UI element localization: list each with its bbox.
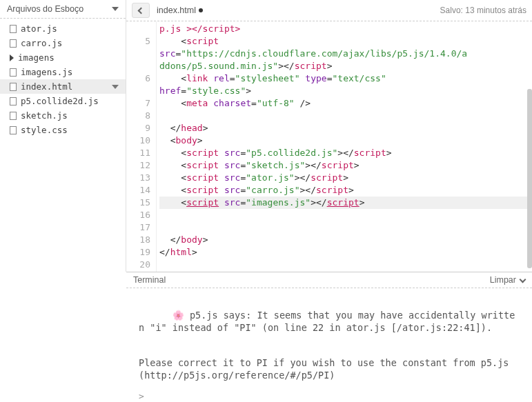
file-item[interactable]: carro.js [0,36,126,50]
file-icon [10,126,17,134]
flower-icon: 🌸 [173,309,184,321]
file-label: style.css [21,125,68,135]
sidebar-title: Arquivos do Esboço [7,4,108,14]
chevron-left-icon [137,7,144,14]
file-icon [10,25,17,33]
file-item[interactable]: ator.js [0,21,126,36]
terminal-message: Please correct it to PI if you wish to u… [139,356,520,381]
editor-header: index.html Salvo: 13 minutos atrás [126,0,532,21]
terminal-title: Terminal [133,275,166,285]
file-label: imagens [18,52,55,63]
scrollbar[interactable] [527,89,532,268]
terminal: Terminal Limpar 🌸 p5.js says: It seems t… [126,272,532,402]
saved-status: Salvo: 13 minutos atrás [440,6,526,15]
chevron-down-icon [112,7,119,11]
chevron-down-icon [112,85,119,89]
tab-label: index.html [157,6,196,15]
folder-item[interactable]: imagens [0,50,126,65]
clear-button[interactable]: Limpar [490,275,525,285]
file-label: p5.collide2d.js [21,96,99,106]
terminal-message: 🌸 p5.js says: It seems that you may have… [139,297,520,347]
file-list: ator.jscarro.jsimagensimagens.jsindex.ht… [0,19,126,140]
file-label: ator.js [21,23,57,34]
file-icon [10,97,17,105]
file-icon [10,83,17,91]
file-label: carro.js [21,38,62,48]
folder-icon [10,54,14,61]
file-label: sketch.js [21,110,68,121]
file-icon [10,68,17,77]
sidebar: Arquivos do Esboço ator.jscarro.jsimagen… [0,0,126,272]
file-item[interactable]: index.html [0,79,126,94]
modified-dot-icon [199,8,203,12]
terminal-header: Terminal Limpar [126,272,532,288]
file-icon [10,112,17,120]
clear-label: Limpar [490,275,516,285]
code-area[interactable]: 567891011121314151617181920 p.js ></scri… [126,21,532,272]
file-item[interactable]: imagens.js [0,65,126,79]
file-label: index.html [21,81,72,92]
back-button[interactable] [132,3,150,18]
sidebar-header[interactable]: Arquivos do Esboço [0,0,126,19]
code-content[interactable]: p.js ></script> <scriptsrc="https://cdnj… [157,21,532,272]
terminal-body[interactable]: 🌸 p5.js says: It seems that you may have… [126,288,532,390]
tab[interactable]: index.html [157,6,203,15]
chevron-down-icon [520,276,526,283]
file-label: imagens.js [21,67,72,77]
file-icon [10,39,17,48]
editor: index.html Salvo: 13 minutos atrás 56789… [126,0,532,272]
file-item[interactable]: style.css [0,123,126,137]
terminal-prompt[interactable]: > [126,390,532,402]
file-item[interactable]: p5.collide2d.js [0,94,126,108]
file-item[interactable]: sketch.js [0,108,126,123]
line-gutter: 567891011121314151617181920 [126,21,157,272]
